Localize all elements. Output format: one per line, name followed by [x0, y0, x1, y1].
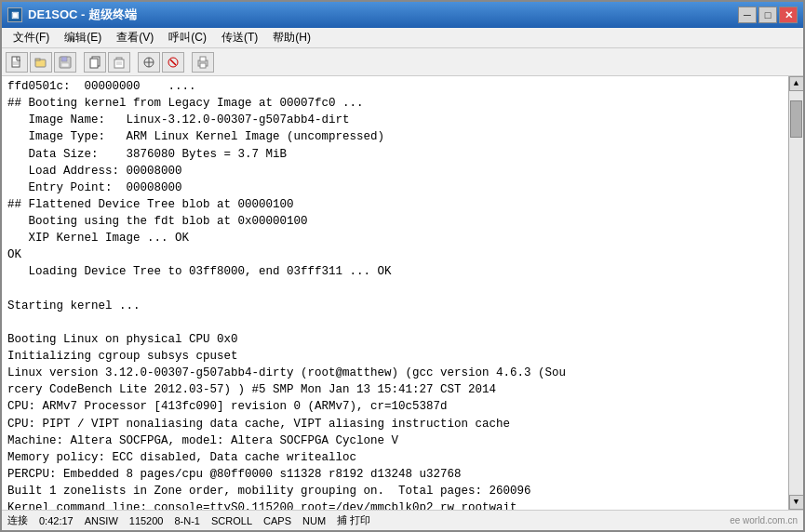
scroll-up-arrow[interactable]: ▲: [789, 76, 804, 91]
svg-rect-20: [200, 57, 206, 61]
toolbar-paste-btn[interactable]: [108, 52, 130, 73]
window-icon: ▣: [7, 7, 22, 22]
menu-bar: 文件(F) 编辑(E) 查看(V) 呼叫(C) 传送(T) 帮助(H): [2, 28, 803, 48]
toolbar: [2, 48, 803, 76]
toolbar-open-btn[interactable]: [30, 52, 52, 73]
status-scroll: SCROLL: [211, 515, 252, 526]
svg-rect-6: [61, 57, 67, 61]
svg-rect-9: [90, 59, 98, 68]
status-bar: 连接 0:42:17 ANSIW 115200 8-N-1 SCROLL CAP…: [2, 510, 803, 530]
status-baud: 115200: [129, 515, 164, 526]
status-num: NUM: [302, 515, 326, 526]
terminal-container: ffd0501c: 00000000 .... ## Booting kerne…: [2, 76, 803, 510]
svg-line-18: [170, 60, 176, 65]
title-bar: ▣ DE1SOC - 超级终端 ─ □ ✕: [2, 2, 803, 28]
window-title: DE1SOC - 超级终端: [28, 7, 738, 23]
menu-help[interactable]: 帮助(H): [265, 28, 318, 47]
watermark: ee world.com.cn: [730, 515, 798, 525]
scrollbar[interactable]: ▲ ▼: [788, 76, 803, 510]
toolbar-print-btn[interactable]: [192, 52, 214, 73]
toolbar-save-btn[interactable]: [54, 52, 76, 73]
status-caps: CAPS: [263, 515, 291, 526]
svg-rect-7: [61, 63, 69, 67]
maximize-button[interactable]: □: [758, 7, 777, 23]
terminal-output[interactable]: ffd0501c: 00000000 .... ## Booting kerne…: [2, 76, 788, 510]
minimize-button[interactable]: ─: [738, 7, 757, 23]
menu-edit[interactable]: 编辑(E): [57, 28, 109, 47]
status-bits: 8-N-1: [174, 515, 200, 526]
status-connection: 连接: [7, 513, 28, 527]
svg-rect-21: [200, 63, 206, 68]
close-button[interactable]: ✕: [779, 7, 798, 23]
scroll-track: [789, 91, 803, 495]
toolbar-copy-btn[interactable]: [84, 52, 106, 73]
menu-call[interactable]: 呼叫(C): [161, 28, 214, 47]
main-window: ▣ DE1SOC - 超级终端 ─ □ ✕ 文件(F) 编辑(E) 查看(V) …: [0, 0, 805, 532]
scroll-thumb[interactable]: [790, 100, 802, 138]
svg-rect-4: [35, 59, 40, 60]
menu-transfer[interactable]: 传送(T): [214, 28, 265, 47]
status-capture: 捕 打印: [337, 513, 370, 527]
menu-view[interactable]: 查看(V): [109, 28, 161, 47]
toolbar-disconnect-btn[interactable]: [162, 52, 184, 73]
menu-file[interactable]: 文件(F): [6, 28, 57, 47]
toolbar-new-btn[interactable]: [6, 52, 28, 73]
status-encoding: ANSIW: [85, 515, 118, 526]
status-time: 0:42:17: [39, 515, 74, 526]
scroll-down-arrow[interactable]: ▼: [789, 495, 804, 510]
title-buttons: ─ □ ✕: [738, 7, 798, 23]
toolbar-connect-btn[interactable]: [138, 52, 160, 73]
